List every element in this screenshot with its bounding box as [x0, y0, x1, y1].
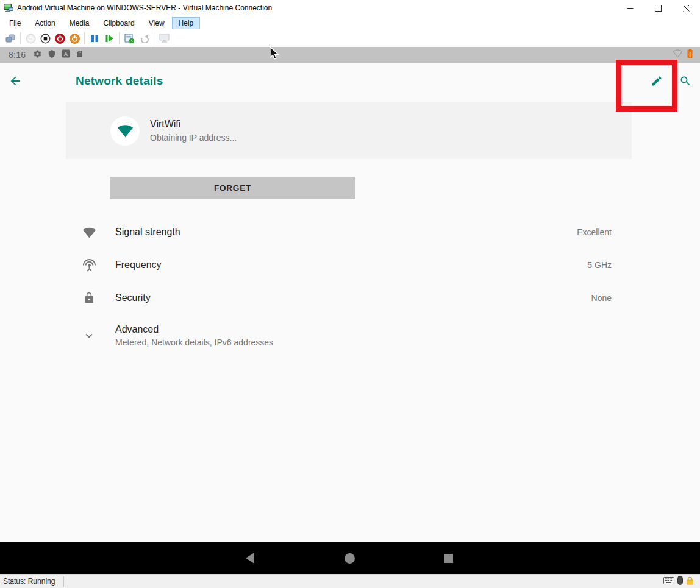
android-screen: Network details VirtWifi Obtaining IP ad… — [0, 63, 700, 542]
menu-clipboard[interactable]: Clipboard — [96, 17, 141, 29]
turn-off-icon[interactable] — [40, 33, 51, 44]
android-nav-bar — [0, 542, 700, 574]
sdcard-icon — [76, 49, 84, 61]
network-status: Obtaining IP address... — [150, 133, 237, 143]
clock-text: 8:16 — [9, 50, 26, 60]
row-label: Security — [115, 292, 151, 303]
session-lock-icon — [686, 576, 694, 587]
nav-home-icon[interactable] — [345, 553, 355, 564]
maximize-button[interactable] — [644, 0, 672, 16]
mouse-cursor — [268, 46, 282, 63]
close-button[interactable] — [672, 0, 700, 16]
ctrl-alt-del-icon[interactable] — [5, 33, 16, 44]
vm-app-icon — [2, 2, 13, 13]
menu-media[interactable]: Media — [63, 17, 96, 29]
reset-icon[interactable] — [104, 33, 115, 44]
row-label: Signal strength — [115, 227, 180, 237]
vm-status-bar: Status: Running — [0, 574, 700, 588]
minimize-button[interactable] — [616, 0, 644, 16]
shutdown-icon[interactable] — [54, 33, 65, 44]
page-title: Network details — [76, 74, 163, 88]
status-separator — [63, 576, 64, 587]
network-card[interactable]: VirtWifi Obtaining IP address... — [66, 102, 632, 159]
toolbar-separator — [174, 32, 174, 44]
wifi-icon — [117, 124, 134, 138]
battery-alert-icon — [687, 49, 693, 61]
row-label: Frequency — [115, 260, 162, 270]
shield-icon — [48, 49, 56, 61]
menu-action[interactable]: Action — [28, 17, 62, 29]
row-frequency[interactable]: Frequency 5 GHz — [0, 249, 700, 282]
svg-text:A: A — [64, 51, 68, 57]
forget-button[interactable]: FORGET — [110, 177, 355, 199]
toolbar-separator — [84, 32, 85, 44]
save-icon[interactable] — [69, 33, 80, 44]
toolbar-separator — [154, 32, 154, 44]
mouse-icon — [677, 576, 683, 587]
search-icon[interactable] — [679, 75, 691, 90]
row-value: None — [591, 293, 612, 303]
lock-icon — [82, 292, 96, 304]
nav-recents-icon[interactable] — [444, 554, 453, 563]
start-icon — [25, 33, 36, 44]
toolbar-separator — [20, 32, 21, 44]
menu-file[interactable]: File — [2, 17, 27, 29]
enhanced-session-icon — [159, 33, 170, 44]
antenna-icon — [82, 258, 96, 272]
row-value: 5 GHz — [587, 260, 612, 270]
network-name: VirtWifi — [150, 119, 237, 130]
keyboard-icon — [663, 577, 674, 586]
vm-status-text: Status: Running — [3, 577, 55, 586]
pause-icon[interactable] — [89, 33, 100, 44]
avatar — [110, 116, 140, 146]
revert-icon — [138, 33, 149, 44]
row-security[interactable]: Security None — [0, 282, 700, 314]
adb-icon: A — [62, 49, 70, 60]
checkpoint-icon[interactable] — [124, 33, 135, 44]
row-signal-strength[interactable]: Signal strength Excellent — [0, 216, 700, 249]
wifi-outline-icon — [673, 49, 683, 60]
row-label: Advanced — [115, 324, 612, 335]
back-arrow-icon[interactable] — [9, 74, 22, 90]
window-titlebar: Android Virtual Machine on WINDOWS-SERVE… — [0, 0, 700, 16]
nav-back-icon[interactable] — [246, 553, 254, 564]
window-title: Android Virtual Machine on WINDOWS-SERVE… — [17, 4, 272, 12]
gear-icon — [33, 49, 42, 61]
wifi-icon — [82, 227, 96, 238]
android-status-bar: 8:16 A — [0, 47, 700, 63]
row-subtitle: Metered, Network details, IPv6 addresses — [115, 338, 612, 347]
chevron-down-icon — [82, 329, 96, 342]
annotation-highlight-box — [616, 60, 677, 112]
menu-view[interactable]: View — [142, 17, 171, 29]
row-advanced[interactable]: Advanced Metered, Network details, IPv6 … — [0, 314, 700, 357]
menu-bar: File Action Media Clipboard View Help — [0, 16, 700, 30]
toolbar — [0, 30, 700, 47]
row-value: Excellent — [577, 227, 612, 237]
menu-help[interactable]: Help — [172, 17, 201, 29]
toolbar-separator — [119, 32, 120, 44]
app-header: Network details — [0, 63, 700, 99]
